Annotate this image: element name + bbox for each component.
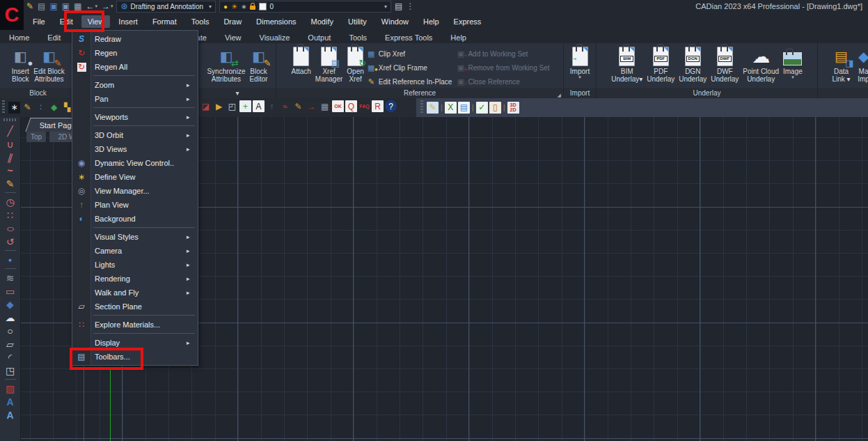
menu-item-3d-orbit[interactable]: 3D Orbit▸ xyxy=(72,128,198,142)
viewport-control-top[interactable]: Top xyxy=(26,132,46,142)
menu-item-define-view[interactable]: ∗Define View xyxy=(72,170,198,184)
menu-item-camera[interactable]: Camera▸ xyxy=(72,244,198,258)
ellipse-tool-icon[interactable]: ○ xyxy=(0,222,20,234)
import-button[interactable]: →Import▾ xyxy=(569,45,591,88)
layer-unlock-icon[interactable] xyxy=(250,6,255,10)
menubar-item-help[interactable]: Help xyxy=(417,15,445,28)
arc-tool-icon[interactable]: ◷ xyxy=(3,196,17,208)
layer-tool-icon[interactable]: ✎ xyxy=(292,100,304,112)
menu-item-dynamic-view-control[interactable]: ◉Dynamic View Control.. xyxy=(72,156,198,170)
clip-xref-button[interactable]: ▦Clip Xref xyxy=(367,47,452,60)
open-file-icon[interactable]: ▤ xyxy=(38,2,45,10)
add-to-working-set-button[interactable]: ▣+Add to Working Set xyxy=(456,47,549,60)
menubar-item-express[interactable]: Express xyxy=(448,15,488,28)
menubar-item-dimensions[interactable]: Dimensions xyxy=(250,15,302,28)
misc-tool-9-icon[interactable]: → xyxy=(306,100,317,112)
ribbon-tab-view[interactable]: View xyxy=(221,32,245,43)
block-burst-tool-icon[interactable]: ∗ xyxy=(8,102,20,114)
menu-item-regen-all[interactable]: ↻Regen All xyxy=(72,60,198,74)
misc-tool-7-icon[interactable]: ≈ xyxy=(279,100,291,112)
edit-block-attributes-button[interactable]: ◧✎Edit Block Attributes xyxy=(32,45,65,88)
misc-tool-1-icon[interactable]: ◪ xyxy=(200,100,212,112)
dgn-underlay-button[interactable]: DGNDGN Underlay xyxy=(677,45,708,88)
polygon-tool-icon[interactable]: ◆ xyxy=(3,298,17,310)
image-button[interactable]: Image▾ xyxy=(782,45,804,88)
attribute-points-tool-icon[interactable]: ∶ xyxy=(35,102,47,114)
redo-icon[interactable]: →▾ xyxy=(102,2,113,10)
qa-tool-icon[interactable]: Q xyxy=(345,100,357,112)
close-reference-button[interactable]: ▣×Close Reference xyxy=(456,75,549,88)
spline-tool-icon[interactable]: ~ xyxy=(3,164,17,176)
synchronize-attributes-button[interactable]: ◧⇄Synchronize Attributes xyxy=(205,45,246,88)
menubar-item-window[interactable]: Window xyxy=(375,15,415,28)
misc-tool-4-icon[interactable]: + xyxy=(239,100,251,112)
block-select-tool-icon[interactable]: ◆ xyxy=(48,102,60,114)
mtext-tool-icon[interactable]: A xyxy=(3,409,17,421)
text-tool-icon[interactable]: A xyxy=(3,396,17,408)
block-editor-button[interactable]: ◧✎Block Editor xyxy=(248,45,269,88)
chevron-down-icon[interactable]: ▾ xyxy=(578,75,581,79)
ribbon-tab-express-tools[interactable]: Express Tools xyxy=(381,32,436,43)
revcloud-tool-icon[interactable]: ☁ xyxy=(3,311,17,323)
menu-item-viewports[interactable]: Viewports▸ xyxy=(72,110,198,124)
workspace-dropdown[interactable]: ⊛ Drafting and Annotation ▾ xyxy=(116,1,216,13)
point-tool-icon[interactable]: ▪ xyxy=(3,254,17,265)
disk-tool-icon[interactable]: ▦ xyxy=(319,100,331,112)
ribbon-tab-help[interactable]: Help xyxy=(447,32,470,43)
ribbon-tab-output[interactable]: Output xyxy=(304,32,334,43)
arc-ccw-tool-icon[interactable]: ↺ xyxy=(3,235,17,247)
layer-thaw-sun-icon[interactable]: ☀ xyxy=(231,3,237,10)
pdf-underlay-button[interactable]: PDFPDF Underlay xyxy=(645,45,676,88)
report-tool-icon[interactable]: ▤ xyxy=(458,102,470,114)
menu-item-visual-styles[interactable]: Visual Styles▸ xyxy=(72,230,198,244)
ribbon-tab-tools[interactable]: Tools xyxy=(345,32,370,43)
toolbar-grip[interactable] xyxy=(420,100,423,114)
menu-item-zoom[interactable]: Zoom▸ xyxy=(72,78,198,92)
double-line-tool-icon[interactable]: ∥ xyxy=(1,149,18,164)
dwf-underlay-button[interactable]: DWFDWF Underlay xyxy=(709,45,740,88)
point-cloud-underlay-button[interactable]: ☁Point Cloud Underlay xyxy=(741,45,780,88)
layer-control-dropdown[interactable]: ●☀∗ 0 ▾ xyxy=(219,1,391,13)
toolbar-grip[interactable] xyxy=(3,118,17,121)
misc-tool-2-icon[interactable]: ▶ xyxy=(213,100,225,112)
multiline-tool-icon[interactable]: ≋ xyxy=(3,272,17,284)
help-tool-icon[interactable]: ? xyxy=(385,100,397,112)
menubar-item-draw[interactable]: Draw xyxy=(217,15,248,28)
save-icon[interactable]: ▣ xyxy=(49,2,57,10)
panel-launcher-icon[interactable]: ◢ xyxy=(558,90,561,98)
plot-icon[interactable]: ▦ xyxy=(74,2,81,10)
region-tool-icon[interactable]: ◳ xyxy=(3,364,17,376)
menu-item-plan-view[interactable]: ↑Plan View xyxy=(72,198,198,212)
doc-edit-tool-icon[interactable]: ✎ xyxy=(427,102,439,114)
fillet-tool-icon[interactable]: ◜ xyxy=(3,351,17,363)
menu-item-lights[interactable]: Lights▸ xyxy=(72,258,198,272)
layer-freeze-icon[interactable]: ∗ xyxy=(241,3,246,10)
r-tool-icon[interactable]: R xyxy=(372,100,384,112)
clipboard-tool-icon[interactable]: ▯ xyxy=(489,102,501,114)
attach-button[interactable]: Attach xyxy=(290,45,313,88)
misc-tool-6-icon[interactable]: ↑ xyxy=(266,100,278,112)
menu-item-view-manager[interactable]: ◎View Manager... xyxy=(72,184,198,198)
menu-item-explore-materials[interactable]: ∷Explore Materials... xyxy=(72,318,198,332)
open-xref-button[interactable]: ↻Open Xref xyxy=(345,45,365,88)
ribbon-tab-edit[interactable]: Edit xyxy=(44,32,64,43)
toolbar-overflow-icon[interactable]: ⋮ xyxy=(406,2,414,10)
line-tool-icon[interactable]: ╱ xyxy=(3,125,17,137)
sketch-tool-icon[interactable]: ✎ xyxy=(3,178,17,189)
convert-3d-2d-tool-icon[interactable]: 3D 2D xyxy=(507,102,519,114)
layer-color-swatch[interactable] xyxy=(259,3,267,10)
bim-underlay-button[interactable]: BIMBIM Underlay▾ xyxy=(610,45,644,88)
menu-item-rendering[interactable]: Rendering▸ xyxy=(72,272,198,286)
edit-reference-in-place-button[interactable]: ✎Edit Reference In-Place xyxy=(367,75,452,88)
xref-manager-button[interactable]: ▤Xref Manager xyxy=(314,45,344,88)
layer-filter-icon[interactable]: ▤ xyxy=(395,2,402,10)
menubar-item-file[interactable]: File xyxy=(26,15,52,28)
menubar-item-format[interactable]: Format xyxy=(146,15,183,28)
menu-item-pan[interactable]: Pan▸ xyxy=(72,92,198,106)
menubar-item-insert[interactable]: Insert xyxy=(112,15,144,28)
points-tool-icon[interactable]: ∷ xyxy=(3,209,17,221)
menu-item-redraw[interactable]: SRedraw xyxy=(72,32,198,46)
insert-block-button[interactable]: ◧●Insert Block xyxy=(10,45,31,88)
app-logo-icon[interactable]: C xyxy=(0,0,24,30)
ok-tool-icon[interactable]: OK xyxy=(332,100,344,112)
